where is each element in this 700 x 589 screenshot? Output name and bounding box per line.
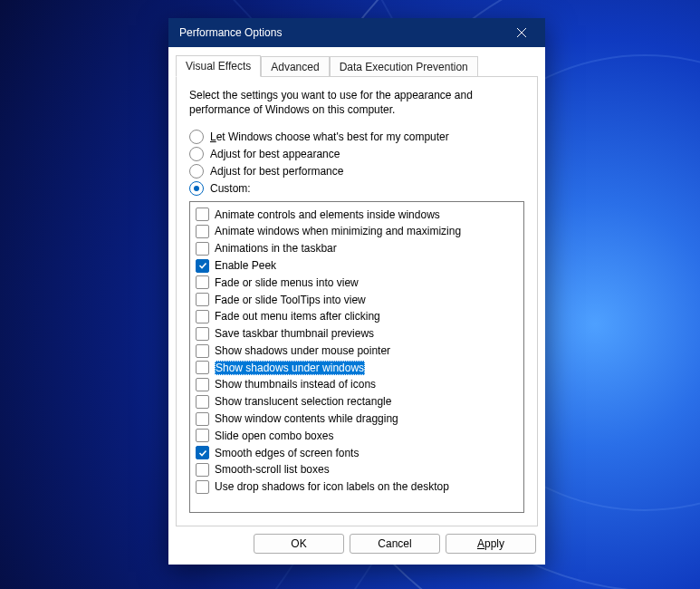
tab-label: Data Execution Prevention <box>340 61 468 73</box>
option-label: Fade out menu items after clicking <box>215 309 380 323</box>
option-label: Fade or slide menus into view <box>215 275 359 290</box>
radio-option[interactable]: Adjust for best appearance <box>189 147 524 161</box>
visual-effect-option[interactable]: Show shadows under windows <box>194 359 520 376</box>
visual-effect-option[interactable]: Use drop shadows for icon labels on the … <box>194 478 520 496</box>
option-label: Fade or slide ToolTips into view <box>215 293 366 307</box>
radio-group: Let Windows choose what's best for my co… <box>189 130 524 196</box>
window-title: Performance Options <box>179 26 502 39</box>
option-label: Smooth-scroll list boxes <box>215 462 330 477</box>
radio-label: Let Windows choose what's best for my co… <box>210 130 449 143</box>
checkbox-icon <box>196 395 209 409</box>
close-icon <box>517 28 526 37</box>
radio-icon <box>189 181 204 196</box>
checkbox-icon <box>196 327 209 341</box>
radio-option[interactable]: Let Windows choose what's best for my co… <box>189 130 524 144</box>
checkbox-icon <box>196 446 209 459</box>
tab-data-execution-prevention[interactable]: Data Execution Prevention <box>330 56 478 77</box>
visual-effect-option[interactable]: Animate controls and elements inside win… <box>194 206 520 223</box>
radio-icon <box>189 164 204 179</box>
visual-effect-option[interactable]: Slide open combo boxes <box>194 428 520 445</box>
visual-effects-listbox[interactable]: Animate controls and elements inside win… <box>189 201 524 513</box>
visual-effect-option[interactable]: Smooth-scroll list boxes <box>194 461 520 478</box>
option-label: Show translucent selection rectangle <box>215 394 391 409</box>
option-label: Enable Peek <box>215 258 276 273</box>
visual-effect-option[interactable]: Fade or slide ToolTips into view <box>194 291 520 308</box>
checkbox-icon <box>196 275 209 289</box>
radio-icon <box>189 147 204 161</box>
visual-effect-option[interactable]: Animate windows when minimizing and maxi… <box>194 223 520 240</box>
visual-effects-panel: Select the settings you want to use for … <box>176 76 538 526</box>
performance-options-dialog: Performance Options Visual EffectsAdvanc… <box>168 18 545 565</box>
tab-advanced[interactable]: Advanced <box>261 56 329 77</box>
option-label: Show thumbnails instead of icons <box>215 377 376 391</box>
radio-option[interactable]: Custom: <box>189 181 524 196</box>
checkbox-icon <box>196 242 209 256</box>
checkbox-icon <box>196 463 209 477</box>
visual-effect-option[interactable]: Fade out menu items after clicking <box>194 308 520 325</box>
radio-label: Custom: <box>210 182 251 195</box>
checkbox-icon <box>196 293 209 306</box>
checkbox-icon <box>196 208 209 221</box>
checkbox-icon <box>196 259 209 273</box>
visual-effect-option[interactable]: Smooth edges of screen fonts <box>194 444 520 461</box>
tab-label: Visual Effects <box>186 60 251 72</box>
checkbox-icon <box>196 361 209 374</box>
option-label: Show window contents while dragging <box>215 411 398 426</box>
radio-label: Adjust for best appearance <box>210 148 340 160</box>
ok-button[interactable]: OK <box>254 534 344 554</box>
visual-effect-option[interactable]: Enable Peek <box>194 257 520 275</box>
radio-label: Adjust for best performance <box>210 165 343 178</box>
checkbox-icon <box>196 429 209 442</box>
tab-label: Advanced <box>271 61 319 73</box>
option-label: Smooth edges of screen fonts <box>215 446 359 460</box>
apply-button[interactable]: Apply <box>446 534 536 554</box>
radio-option[interactable]: Adjust for best performance <box>189 164 524 179</box>
dialog-button-row: OK Cancel Apply <box>168 534 545 565</box>
visual-effect-option[interactable]: Show shadows under mouse pointer <box>194 343 520 360</box>
tabstrip: Visual EffectsAdvancedData Execution Pre… <box>168 47 545 76</box>
cancel-button[interactable]: Cancel <box>350 534 440 554</box>
option-label: Animate windows when minimizing and maxi… <box>215 224 461 238</box>
tab-visual-effects[interactable]: Visual Effects <box>176 55 261 77</box>
checkbox-icon <box>196 480 209 494</box>
checkbox-icon <box>196 378 209 391</box>
close-button[interactable] <box>502 19 542 46</box>
checkbox-icon <box>196 225 209 238</box>
option-label: Save taskbar thumbnail previews <box>215 326 374 341</box>
checkbox-icon <box>196 310 209 323</box>
visual-effect-option[interactable]: Show window contents while dragging <box>194 410 520 428</box>
option-label: Slide open combo boxes <box>215 429 333 443</box>
option-label: Animations in the taskbar <box>215 241 337 256</box>
visual-effect-option[interactable]: Show translucent selection rectangle <box>194 393 520 410</box>
description-text: Select the settings you want to use for … <box>189 88 524 117</box>
checkbox-icon <box>196 344 209 358</box>
option-label: Use drop shadows for icon labels on the … <box>215 479 449 494</box>
visual-effect-option[interactable]: Fade or slide menus into view <box>194 275 520 292</box>
visual-effect-option[interactable]: Show thumbnails instead of icons <box>194 376 520 393</box>
desktop-background: Performance Options Visual EffectsAdvanc… <box>0 0 700 589</box>
titlebar[interactable]: Performance Options <box>168 18 545 47</box>
checkbox-icon <box>196 412 209 426</box>
radio-icon <box>189 130 204 144</box>
option-label: Show shadows under mouse pointer <box>215 343 390 358</box>
visual-effect-option[interactable]: Save taskbar thumbnail previews <box>194 325 520 343</box>
option-label: Animate controls and elements inside win… <box>215 208 440 222</box>
visual-effect-option[interactable]: Animations in the taskbar <box>194 240 520 257</box>
option-label: Show shadows under windows <box>215 361 365 375</box>
